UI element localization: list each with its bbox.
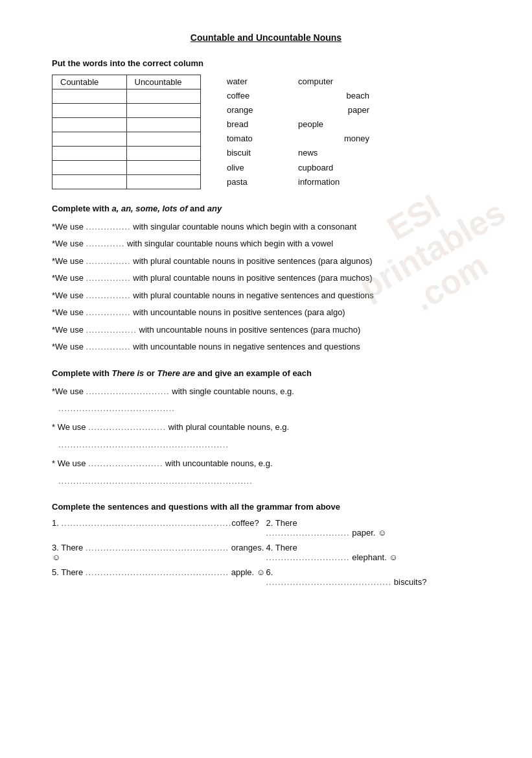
example-line: .......................................: [58, 401, 480, 415]
sentence-text: ............................ paper. ☺: [266, 528, 387, 538]
section4-heading: Complete the sentences and questions wit…: [52, 502, 480, 512]
word-item: beach: [298, 89, 369, 103]
sentence-text: ............................ elephant. ☺: [266, 552, 398, 562]
section3-heading: Complete with There is or There are and …: [52, 368, 480, 378]
word-list: watercomputer coffeebeach orangepaper br…: [227, 75, 369, 189]
table-cell: [126, 147, 201, 161]
sentence-left-3: 5. There ...............................…: [52, 567, 266, 577]
table-cell: [126, 89, 201, 104]
table-cell: [52, 147, 127, 161]
sentence-item: * We use .......................... with…: [52, 420, 480, 434]
noun-table: Countable Uncountable: [52, 75, 201, 189]
sentence-item: *We use ............... with uncountable…: [52, 340, 480, 353]
section-complete-sentences: Complete the sentences and questions wit…: [52, 502, 480, 587]
sentence-item: *We use ............... with plural coun…: [52, 254, 480, 268]
sentence-right-2: 4. There ............................ el…: [266, 543, 481, 562]
word-item: people: [298, 117, 369, 132]
word-item: pasta: [227, 175, 292, 189]
sentence-left-1: 1. .....................................…: [52, 518, 266, 528]
section-complete-a-an: Complete with a, an, some, lots of and a…: [52, 204, 480, 354]
sentence-item: *We use ............... with uncountable…: [52, 305, 480, 319]
sentence-item: *We use ................. with uncountab…: [52, 323, 480, 337]
word-item: computer: [298, 75, 369, 89]
sentence-text: 2. There: [266, 518, 297, 528]
table-word-section: Countable Uncountable watercomputer coff…: [52, 75, 480, 189]
table-cell: [52, 161, 127, 175]
numbered-row-3: 5. There ...............................…: [52, 567, 480, 587]
word-item: biscuit: [227, 146, 292, 160]
col-uncountable: Uncountable: [126, 75, 201, 89]
example-line: ........................................…: [58, 474, 480, 488]
table-cell: [126, 161, 201, 175]
sentence-text: 3. There ...............................…: [52, 543, 264, 562]
sentence-item: *We use ............... with plural coun…: [52, 271, 480, 285]
table-cell: [126, 104, 201, 118]
word-item: coffee: [227, 89, 292, 103]
section2-heading: Complete with a, an, some, lots of and a…: [52, 204, 480, 213]
sentence-right-1: 2. There ............................ pa…: [266, 518, 481, 538]
table-cell: [126, 175, 201, 189]
section-there-is-are: Complete with There is or There are and …: [52, 368, 480, 488]
section-put-words: Put the words into the correct column Co…: [52, 58, 480, 189]
word-item: cupboard: [298, 161, 369, 175]
word-item: bread: [227, 117, 292, 132]
sentence-text: 1. .....................................…: [52, 518, 259, 528]
col-countable: Countable: [52, 75, 127, 89]
sentence-text: 6.: [266, 567, 273, 577]
table-cell: [52, 104, 127, 118]
example-line: ........................................…: [58, 438, 480, 451]
table-cell: [52, 132, 127, 147]
sentence-item: *We use ............... with plural coun…: [52, 289, 480, 302]
numbered-row-1: 1. .....................................…: [52, 518, 480, 538]
table-cell: [52, 175, 127, 189]
sentence-item: *We use ............................ wit…: [52, 385, 480, 398]
section1-heading: Put the words into the correct column: [52, 58, 480, 68]
sentence-right-3: 6. .....................................…: [266, 567, 481, 587]
sentence-item: * We use ......................... with …: [52, 456, 480, 470]
word-item: news: [298, 146, 369, 160]
numbered-row-2: 3. There ...............................…: [52, 543, 480, 562]
sentence-item: *We use ............... with singular co…: [52, 220, 480, 233]
word-item: water: [227, 75, 292, 89]
sentence-left-2: 3. There ...............................…: [52, 543, 266, 562]
word-item: olive: [227, 161, 292, 175]
word-item: tomato: [227, 132, 292, 146]
table-cell: [52, 118, 127, 132]
page-title: Countable and Uncountable Nouns: [52, 32, 480, 43]
sentence-text: 5. There ...............................…: [52, 567, 265, 577]
word-item: information: [298, 175, 369, 189]
table-cell: [126, 118, 201, 132]
word-item: orange: [227, 103, 292, 117]
sentence-text: ........................................…: [266, 577, 427, 587]
table-cell: [126, 132, 201, 147]
word-item: money: [298, 132, 369, 146]
sentence-text: 4. There: [266, 543, 297, 552]
table-cell: [52, 89, 127, 104]
word-item: paper: [298, 103, 369, 117]
sentence-item: *We use ............. with singular coun…: [52, 237, 480, 250]
